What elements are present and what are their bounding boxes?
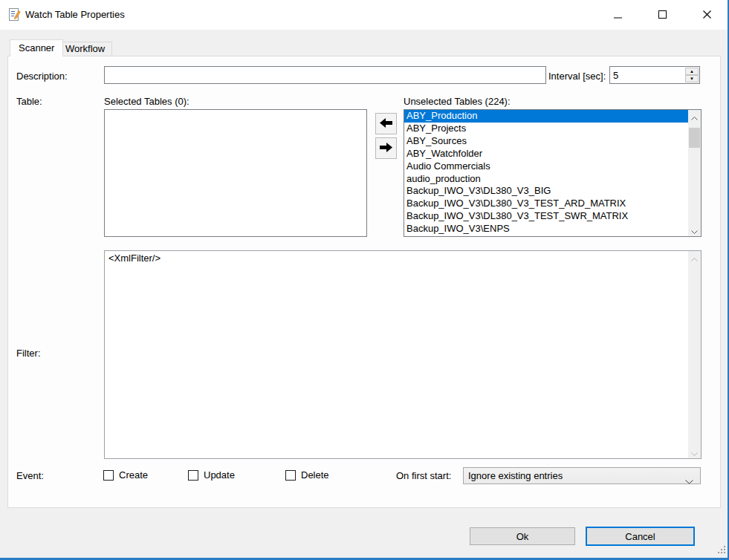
move-to-selected-button[interactable]: [375, 113, 397, 134]
unselected-tables-list[interactable]: ABY_ProductionABY_ProjectsABY_SourcesABY…: [404, 109, 702, 237]
selected-tables-label: Selected Tables (0):: [104, 96, 189, 107]
close-icon: [703, 8, 711, 22]
list-item[interactable]: ABY_Projects: [404, 123, 688, 135]
on-first-start-value: Ignore existing entries: [468, 470, 563, 481]
list-item[interactable]: ABY_Watchfolder: [404, 148, 688, 160]
app-icon: [7, 7, 22, 25]
selected-tables-list[interactable]: [104, 109, 367, 237]
event-label: Event:: [16, 470, 44, 481]
scroll-down-icon: [691, 224, 698, 237]
list-item[interactable]: ABY_Sources: [404, 135, 688, 148]
checkbox-create-label: Create: [119, 469, 148, 481]
scroll-down-button[interactable]: [688, 224, 701, 236]
checkbox-update-box[interactable]: [188, 470, 198, 481]
checkbox-delete-box[interactable]: [285, 470, 296, 481]
list-item[interactable]: Backup_IWO_V3\ENPS: [404, 223, 688, 235]
checkbox-create-box[interactable]: [103, 470, 114, 481]
scroll-up-button[interactable]: [688, 251, 701, 264]
maximize-icon: [658, 8, 667, 22]
window-title: Watch Table Properties: [25, 9, 125, 20]
minimize-button[interactable]: [600, 0, 635, 30]
checkbox-create[interactable]: Create: [103, 469, 148, 481]
arrow-right-icon: [380, 142, 392, 155]
unselected-tables-scrollbar[interactable]: [688, 110, 701, 236]
tab-workflow[interactable]: Workflow: [58, 42, 112, 56]
table-label: Table:: [16, 96, 42, 107]
ok-button[interactable]: Ok: [470, 527, 575, 545]
list-item[interactable]: Backup_IWO_V3\DL380_V3_TEST_ARD_MATRIX: [404, 198, 688, 210]
on-first-start-label: On first start:: [396, 470, 451, 481]
resize-grip[interactable]: [716, 544, 726, 557]
on-first-start-dropdown[interactable]: Ignore existing entries: [463, 467, 701, 484]
move-to-unselected-button[interactable]: [375, 137, 397, 159]
filter-label: Filter:: [16, 348, 41, 359]
close-button[interactable]: [690, 0, 724, 30]
checkbox-update-label: Update: [204, 469, 235, 481]
titlebar[interactable]: Watch Table Properties: [0, 0, 728, 30]
unselected-tables-label: Unselected Tables (224):: [404, 96, 511, 107]
interval-label: Interval [sec]:: [548, 71, 606, 82]
description-input[interactable]: [104, 66, 546, 84]
spin-up-button[interactable]: ▲: [685, 68, 699, 75]
filter-value: <XmlFilter/>: [105, 251, 687, 458]
tab-scanner[interactable]: Scanner: [10, 39, 63, 56]
checkbox-delete-label: Delete: [301, 469, 329, 481]
list-item[interactable]: ABY_Production: [404, 110, 688, 123]
spin-up-icon: ▲: [690, 69, 694, 74]
chevron-down-icon: [685, 474, 693, 487]
interval-spin-buttons: ▲ ▼: [685, 68, 699, 82]
scroll-up-icon: [691, 251, 698, 264]
interval-spinner: ▲ ▼: [609, 66, 700, 84]
scroll-up-button[interactable]: [688, 110, 701, 123]
list-item[interactable]: Audio Commercials: [404, 160, 688, 173]
filter-scrollbar[interactable]: [688, 251, 701, 458]
interval-input[interactable]: [610, 67, 683, 83]
unselected-tables-items: ABY_ProductionABY_ProjectsABY_SourcesABY…: [404, 110, 688, 236]
maximize-button[interactable]: [645, 0, 679, 30]
description-label: Description:: [16, 71, 68, 82]
spin-down-icon: ▼: [690, 76, 694, 81]
scroll-up-icon: [691, 110, 698, 123]
spin-down-button[interactable]: ▼: [685, 75, 699, 82]
minimize-icon: [614, 8, 622, 22]
cancel-button[interactable]: Cancel: [586, 527, 695, 546]
checkbox-delete[interactable]: Delete: [285, 469, 329, 481]
checkbox-update[interactable]: Update: [188, 469, 235, 481]
scroll-down-button[interactable]: [688, 446, 701, 458]
list-item[interactable]: Backup_IWO_V3\DL380_V3_BIG: [404, 185, 688, 198]
list-item[interactable]: audio_production: [404, 173, 688, 186]
scroll-down-icon: [691, 446, 698, 459]
scrollbar-thumb[interactable]: [689, 128, 700, 148]
watch-table-properties-dialog: Watch Table Properties Scanner Workflow …: [0, 0, 729, 560]
filter-input[interactable]: <XmlFilter/>: [104, 250, 702, 459]
arrow-left-icon: [380, 117, 392, 131]
list-item[interactable]: Backup_IWO_V3\DL380_V3_TEST_SWR_MATRIX: [404, 210, 688, 223]
